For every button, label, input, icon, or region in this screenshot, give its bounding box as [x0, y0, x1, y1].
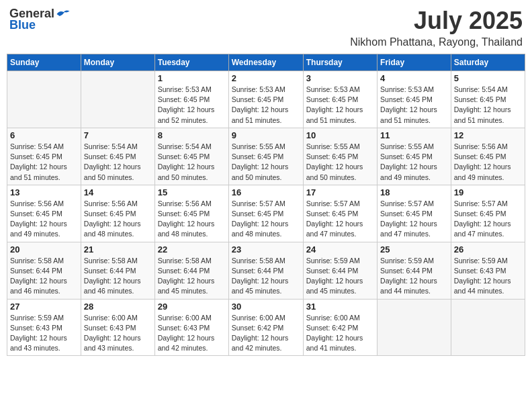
- calendar-day-cell: 21Sunrise: 5:58 AM Sunset: 6:44 PM Dayli…: [81, 242, 154, 299]
- day-number: 29: [158, 302, 226, 312]
- calendar-day-cell: 28Sunrise: 6:00 AM Sunset: 6:43 PM Dayli…: [81, 299, 154, 356]
- day-info: Sunrise: 5:57 AM Sunset: 6:45 PM Dayligh…: [454, 199, 522, 240]
- calendar-day-header: Tuesday: [154, 54, 228, 71]
- day-number: 25: [380, 244, 448, 255]
- calendar-day-cell: 10Sunrise: 5:55 AM Sunset: 6:45 PM Dayli…: [303, 128, 377, 185]
- calendar-header-row: SundayMondayTuesdayWednesdayThursdayFrid…: [7, 54, 525, 71]
- calendar-day-cell: [7, 71, 81, 128]
- calendar-day-cell: 2Sunrise: 5:53 AM Sunset: 6:45 PM Daylig…: [228, 71, 303, 128]
- day-number: 30: [232, 302, 300, 312]
- calendar-day-cell: 14Sunrise: 5:56 AM Sunset: 6:45 PM Dayli…: [81, 185, 154, 242]
- calendar-day-cell: 25Sunrise: 5:59 AM Sunset: 6:44 PM Dayli…: [378, 242, 451, 299]
- calendar-day-header: Saturday: [451, 54, 525, 71]
- day-number: 2: [232, 73, 300, 83]
- calendar-day-cell: 5Sunrise: 5:54 AM Sunset: 6:45 PM Daylig…: [451, 71, 525, 128]
- day-info: Sunrise: 5:59 AM Sunset: 6:43 PM Dayligh…: [454, 256, 522, 297]
- calendar-day-cell: 18Sunrise: 5:57 AM Sunset: 6:45 PM Dayli…: [378, 185, 451, 242]
- day-info: Sunrise: 5:56 AM Sunset: 6:45 PM Dayligh…: [454, 142, 522, 183]
- calendar-day-cell: 6Sunrise: 5:54 AM Sunset: 6:45 PM Daylig…: [7, 128, 81, 185]
- day-info: Sunrise: 5:53 AM Sunset: 6:45 PM Dayligh…: [380, 85, 448, 126]
- calendar-day-cell: 3Sunrise: 5:53 AM Sunset: 6:45 PM Daylig…: [303, 71, 377, 128]
- day-info: Sunrise: 5:56 AM Sunset: 6:45 PM Dayligh…: [84, 199, 152, 240]
- calendar-day-header: Sunday: [7, 54, 81, 71]
- day-number: 27: [10, 302, 78, 312]
- day-number: 20: [10, 244, 78, 255]
- calendar-day-cell: 26Sunrise: 5:59 AM Sunset: 6:43 PM Dayli…: [451, 242, 525, 299]
- logo: General Blue: [9, 7, 71, 32]
- calendar-day-cell: 27Sunrise: 5:59 AM Sunset: 6:43 PM Dayli…: [7, 299, 81, 356]
- calendar-day-cell: 11Sunrise: 5:55 AM Sunset: 6:45 PM Dayli…: [378, 128, 451, 185]
- day-number: 22: [158, 244, 226, 255]
- day-info: Sunrise: 5:59 AM Sunset: 6:44 PM Dayligh…: [306, 256, 374, 297]
- day-info: Sunrise: 5:53 AM Sunset: 6:45 PM Dayligh…: [232, 85, 300, 126]
- day-number: 11: [380, 130, 448, 140]
- day-number: 19: [454, 187, 522, 197]
- day-number: 28: [84, 302, 152, 312]
- day-info: Sunrise: 5:58 AM Sunset: 6:44 PM Dayligh…: [10, 256, 78, 297]
- calendar-day-cell: 8Sunrise: 5:54 AM Sunset: 6:45 PM Daylig…: [154, 128, 228, 185]
- calendar-week-row: 6Sunrise: 5:54 AM Sunset: 6:45 PM Daylig…: [7, 128, 525, 185]
- day-number: 31: [306, 302, 374, 312]
- day-number: 7: [84, 130, 152, 140]
- calendar-day-cell: 13Sunrise: 5:56 AM Sunset: 6:45 PM Dayli…: [7, 185, 81, 242]
- calendar-day-cell: 7Sunrise: 5:54 AM Sunset: 6:45 PM Daylig…: [81, 128, 154, 185]
- calendar-day-header: Thursday: [303, 54, 377, 71]
- day-number: 9: [232, 130, 300, 140]
- day-number: 13: [10, 187, 78, 197]
- day-number: 1: [158, 73, 226, 83]
- calendar-week-row: 27Sunrise: 5:59 AM Sunset: 6:43 PM Dayli…: [7, 299, 525, 356]
- calendar-week-row: 13Sunrise: 5:56 AM Sunset: 6:45 PM Dayli…: [7, 185, 525, 242]
- day-info: Sunrise: 5:56 AM Sunset: 6:45 PM Dayligh…: [158, 199, 226, 240]
- main-title: July 2025: [350, 7, 523, 35]
- title-section: July 2025 Nikhom Phattana, Rayong, Thail…: [350, 7, 523, 48]
- calendar-day-cell: [81, 71, 154, 128]
- subtitle: Nikhom Phattana, Rayong, Thailand: [350, 36, 523, 48]
- calendar-day-cell: 20Sunrise: 5:58 AM Sunset: 6:44 PM Dayli…: [7, 242, 81, 299]
- calendar-week-row: 20Sunrise: 5:58 AM Sunset: 6:44 PM Dayli…: [7, 242, 525, 299]
- day-number: 14: [84, 187, 152, 197]
- day-number: 10: [306, 130, 374, 140]
- calendar-day-cell: 4Sunrise: 5:53 AM Sunset: 6:45 PM Daylig…: [378, 71, 451, 128]
- calendar-day-cell: 19Sunrise: 5:57 AM Sunset: 6:45 PM Dayli…: [451, 185, 525, 242]
- day-info: Sunrise: 5:53 AM Sunset: 6:45 PM Dayligh…: [306, 85, 374, 126]
- calendar-day-cell: 31Sunrise: 6:00 AM Sunset: 6:42 PM Dayli…: [303, 299, 377, 356]
- calendar-day-cell: 23Sunrise: 5:58 AM Sunset: 6:44 PM Dayli…: [228, 242, 303, 299]
- page-header: General Blue July 2025 Nikhom Phattana, …: [7, 7, 525, 48]
- calendar-day-cell: [451, 299, 525, 356]
- day-info: Sunrise: 5:58 AM Sunset: 6:44 PM Dayligh…: [158, 256, 226, 297]
- calendar-day-cell: 16Sunrise: 5:57 AM Sunset: 6:45 PM Dayli…: [228, 185, 303, 242]
- day-number: 4: [380, 73, 448, 83]
- day-number: 15: [158, 187, 226, 197]
- calendar-day-cell: 1Sunrise: 5:53 AM Sunset: 6:45 PM Daylig…: [154, 71, 228, 128]
- calendar-day-cell: 9Sunrise: 5:55 AM Sunset: 6:45 PM Daylig…: [228, 128, 303, 185]
- day-info: Sunrise: 6:00 AM Sunset: 6:42 PM Dayligh…: [306, 313, 374, 354]
- day-info: Sunrise: 5:54 AM Sunset: 6:45 PM Dayligh…: [84, 142, 152, 183]
- day-info: Sunrise: 5:57 AM Sunset: 6:45 PM Dayligh…: [232, 199, 300, 240]
- day-info: Sunrise: 5:59 AM Sunset: 6:44 PM Dayligh…: [380, 256, 448, 297]
- day-info: Sunrise: 5:55 AM Sunset: 6:45 PM Dayligh…: [380, 142, 448, 183]
- calendar-day-cell: 22Sunrise: 5:58 AM Sunset: 6:44 PM Dayli…: [154, 242, 228, 299]
- day-info: Sunrise: 5:57 AM Sunset: 6:45 PM Dayligh…: [380, 199, 448, 240]
- day-info: Sunrise: 6:00 AM Sunset: 6:43 PM Dayligh…: [84, 313, 152, 354]
- day-number: 17: [306, 187, 374, 197]
- calendar-day-cell: 29Sunrise: 6:00 AM Sunset: 6:43 PM Dayli…: [154, 299, 228, 356]
- day-number: 21: [84, 244, 152, 255]
- calendar-week-row: 1Sunrise: 5:53 AM Sunset: 6:45 PM Daylig…: [7, 71, 525, 128]
- day-info: Sunrise: 6:00 AM Sunset: 6:43 PM Dayligh…: [158, 313, 226, 354]
- day-number: 8: [158, 130, 226, 140]
- day-info: Sunrise: 5:59 AM Sunset: 6:43 PM Dayligh…: [10, 313, 78, 354]
- day-number: 23: [232, 244, 300, 255]
- calendar-day-cell: 30Sunrise: 6:00 AM Sunset: 6:42 PM Dayli…: [228, 299, 303, 356]
- day-info: Sunrise: 5:56 AM Sunset: 6:45 PM Dayligh…: [10, 199, 78, 240]
- calendar-table: SundayMondayTuesdayWednesdayThursdayFrid…: [7, 54, 525, 356]
- day-info: Sunrise: 5:57 AM Sunset: 6:45 PM Dayligh…: [306, 199, 374, 240]
- logo-blue-text: Blue: [9, 18, 36, 32]
- day-info: Sunrise: 5:58 AM Sunset: 6:44 PM Dayligh…: [232, 256, 300, 297]
- day-info: Sunrise: 6:00 AM Sunset: 6:42 PM Dayligh…: [232, 313, 300, 354]
- day-info: Sunrise: 5:54 AM Sunset: 6:45 PM Dayligh…: [454, 85, 522, 126]
- day-number: 3: [306, 73, 374, 83]
- day-number: 18: [380, 187, 448, 197]
- day-info: Sunrise: 5:58 AM Sunset: 6:44 PM Dayligh…: [84, 256, 152, 297]
- logo-bird-icon: [56, 8, 71, 20]
- calendar-day-cell: [378, 299, 451, 356]
